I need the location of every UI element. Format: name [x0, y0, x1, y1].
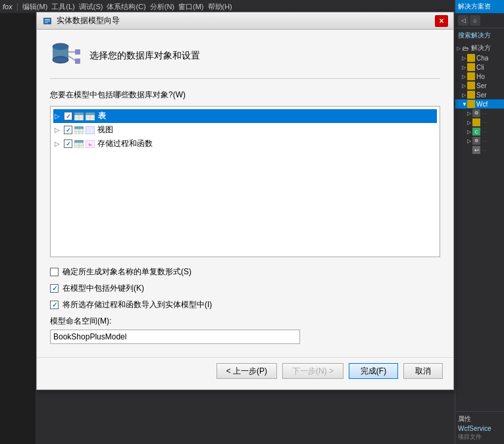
svg-point-6	[53, 57, 68, 63]
svg-rect-9	[75, 49, 80, 55]
next-button[interactable]: 下一步(N) >	[282, 363, 343, 379]
plural-checkbox[interactable]	[50, 268, 59, 276]
import-sprocs-checkbox[interactable]: ✓	[50, 301, 59, 309]
dialog-title-icon	[42, 16, 53, 26]
tables-checkbox[interactable]: ✓	[64, 112, 72, 120]
svg-rect-1	[45, 19, 50, 20]
svg-rect-3	[45, 22, 48, 23]
table-db-icon	[74, 112, 84, 121]
close-icon: ×	[439, 16, 443, 26]
back-button[interactable]: < 上一步(P)	[216, 363, 277, 379]
tables-highlight-label: 表	[96, 111, 108, 122]
app-menu-bar: fox | 编辑(M) 工具(L) 调试(S) 体系结构(C) 分析(N) 窗口…	[0, 0, 455, 13]
wizard-icon	[50, 40, 82, 72]
right-panel-tree: ▷ 🗁 解决方 ▷ Cha ▷ Cli ▷ Ho ▷ Ser ▷ Ser	[455, 43, 504, 155]
menu-item-debug[interactable]: 调试(S)	[79, 2, 103, 12]
tree-item-solution[interactable]: ▷ 🗁 解决方	[455, 43, 504, 53]
tree-item-ser2[interactable]: ▷ Ser	[455, 90, 504, 99]
menu-item-arch[interactable]: 体系结构(C)	[107, 2, 145, 12]
option-plural: 确定所生成对象名称的单复数形式(S)	[50, 266, 440, 278]
properties-sub: 项目文件	[458, 433, 501, 441]
panel-icon-1[interactable]: ◁	[458, 15, 468, 26]
tree-item-cha[interactable]: ▷ Cha	[455, 53, 504, 62]
namespace-section: 模型命名空间(M):	[50, 316, 440, 344]
panel-icon-2[interactable]: ⌂	[470, 15, 480, 26]
dialog-footer: < 上一步(P) 下一步(N) > 完成(F) 取消	[37, 357, 453, 389]
svg-text:fx: fx	[89, 143, 92, 147]
import-sprocs-label: 将所选存储过程和函数导入到实体模型中(I)	[63, 299, 212, 310]
procs-checkbox[interactable]: ✓	[64, 139, 72, 148]
right-panel-toolbar: ◁ ⌂	[455, 13, 504, 28]
menu-item-tools[interactable]: 工具(L)	[51, 2, 74, 12]
app-name: fox	[3, 3, 13, 11]
right-panel-header: 解决方案资	[455, 0, 504, 13]
left-app-strip	[0, 13, 36, 444]
tables-arrow-icon: ▷	[55, 112, 63, 120]
dialog-body: 选择您的数据库对象和设置 您要在模型中包括哪些数据库对象?(W) ▷ ✓	[37, 30, 453, 357]
wizard-header: 选择您的数据库对象和设置	[50, 40, 440, 79]
properties-section: 属性 WcfService 项目文件	[455, 411, 504, 444]
dialog-close-button[interactable]: ×	[435, 15, 448, 27]
tree-subitem-4[interactable]: ▷ ⚙ ···	[455, 136, 504, 145]
tree-subitem-1[interactable]: ▷ ⚙ ···	[455, 109, 504, 118]
finish-button[interactable]: 完成(F)	[349, 363, 398, 379]
tree-subitem-5[interactable]: ↩ ···	[455, 145, 504, 155]
plural-label: 确定所生成对象名称的单复数形式(S)	[63, 266, 191, 278]
procs-db-icon	[74, 139, 84, 149]
tree-item-cli[interactable]: ▷ Cli	[455, 62, 504, 72]
menu-item-window[interactable]: 窗口(M)	[178, 2, 204, 12]
table-second-icon	[86, 112, 95, 120]
tree-item-procs[interactable]: ▷ ✓ fx 存储过程和函数	[53, 137, 437, 151]
tree-item-wcf[interactable]: ▼ Wcf	[455, 99, 504, 109]
wizard-title: 选择您的数据库对象和设置	[89, 50, 200, 62]
tree-item-ser1[interactable]: ▷ Ser	[455, 81, 504, 90]
menu-item-analyze[interactable]: 分析(N)	[150, 2, 174, 12]
tree-item-ho[interactable]: ▷ Ho	[455, 72, 504, 81]
right-panel-search-label: 搜索解决方	[455, 28, 504, 43]
svg-rect-2	[45, 21, 50, 22]
foreign-keys-checkbox[interactable]: ✓	[50, 284, 59, 293]
svg-rect-27	[86, 126, 95, 134]
db-objects-tree: ▷ ✓	[50, 106, 440, 257]
tree-subitem-3[interactable]: ▷ C ···	[455, 127, 504, 136]
svg-point-7	[53, 43, 68, 50]
dialog: 实体数据模型向导 ×	[36, 12, 454, 390]
cancel-button[interactable]: 取消	[403, 363, 443, 379]
tree-item-views[interactable]: ▷ ✓ 视图	[53, 123, 437, 137]
views-checkbox[interactable]: ✓	[64, 126, 72, 134]
tree-item-tables[interactable]: ▷ ✓	[53, 109, 437, 123]
properties-title: 属性	[458, 414, 501, 424]
foreign-keys-label: 在模型中包括外键列(K)	[63, 283, 144, 294]
properties-value: WcfService	[458, 425, 501, 432]
section-label: 您要在模型中包括哪些数据库对象?(W)	[50, 89, 440, 101]
namespace-label: 模型命名空间(M):	[50, 316, 440, 327]
right-solution-panel: 解决方案资 ◁ ⌂ 搜索解决方 ▷ 🗁 解决方 ▷ Cha ▷ Cli ▷ Ho…	[455, 0, 504, 444]
menu-item-edit[interactable]: 编辑(M)	[22, 2, 48, 12]
tree-subitem-2[interactable]: ▷ ···	[455, 118, 504, 127]
procs-arrow-icon: ▷	[55, 140, 63, 147]
dialog-title-text: 实体数据模型向导	[57, 15, 435, 26]
dialog-title-bar: 实体数据模型向导 ×	[37, 12, 453, 30]
svg-rect-11	[75, 59, 80, 64]
menu-separator: |	[16, 2, 18, 11]
views-icon-2	[86, 126, 95, 134]
views-db-icon	[74, 126, 84, 135]
views-label: 视图	[97, 124, 113, 136]
procs-label: 存储过程和函数	[97, 138, 153, 149]
option-import-sprocs: ✓ 将所选存储过程和函数导入到实体模型中(I)	[50, 299, 440, 310]
namespace-input[interactable]	[50, 330, 300, 344]
views-arrow-icon: ▷	[55, 126, 63, 134]
menu-item-help[interactable]: 帮助(H)	[208, 2, 232, 12]
option-foreign-keys: ✓ 在模型中包括外键列(K)	[50, 283, 440, 294]
procs-icon-2: fx	[86, 140, 95, 148]
